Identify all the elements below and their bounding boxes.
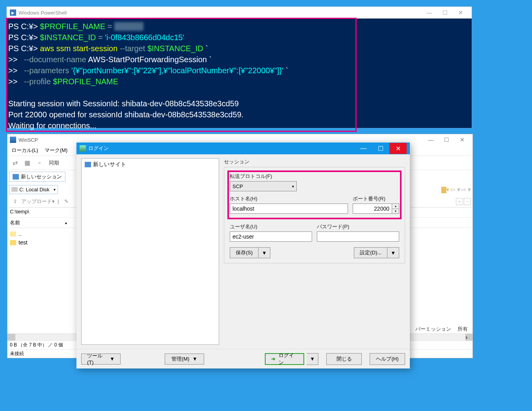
login-dropdown[interactable]: ▼	[307, 353, 318, 365]
minimize-button[interactable]: —	[355, 143, 372, 154]
new-site-item[interactable]: 新しいサイト	[83, 160, 217, 169]
powershell-titlebar: ▶ Windows PowerShell — ☐ ✕	[7, 7, 472, 19]
port-input[interactable]: 22000	[353, 204, 392, 214]
down-icon: ▾	[392, 209, 399, 214]
password-input[interactable]	[317, 231, 399, 242]
winscp-title: WinSCP	[19, 137, 423, 143]
forward-icon[interactable]: ⇨ ▾	[461, 186, 471, 193]
maximize-button[interactable]: ☐	[439, 135, 454, 145]
folder-icon	[10, 240, 16, 245]
powershell-title: Windows PowerShell	[19, 10, 421, 16]
toolbar-icon[interactable]: ▫	[33, 157, 45, 168]
password-label: パスワード(P)	[317, 223, 399, 230]
folder-icon	[10, 231, 16, 237]
sync-icon[interactable]: ⇄	[9, 157, 21, 168]
edit-icon[interactable]: ✎	[60, 196, 72, 207]
menu-mark[interactable]: マーク(M)	[41, 146, 71, 155]
advanced-button[interactable]: 設定(D)...	[354, 247, 387, 258]
close-button[interactable]: 閉じる	[326, 353, 362, 365]
login-footer: ツール(T) ▼ 管理(M) ▼ ➜ ログイン ▼ 閉じる ヘルプ(H)	[76, 349, 410, 368]
col-name[interactable]: 名前	[10, 219, 65, 226]
minus-icon[interactable]: −	[464, 198, 471, 205]
login-icon: ➜	[271, 356, 277, 362]
upload-icon[interactable]: ⇪	[9, 196, 21, 207]
disk-icon	[11, 187, 18, 192]
powershell-window: ▶ Windows PowerShell — ☐ ✕ PS C:¥> $PROF…	[6, 6, 472, 128]
help-button[interactable]: ヘルプ(H)	[370, 353, 405, 365]
host-input[interactable]: localhost	[230, 204, 348, 214]
plus-icon[interactable]: +	[456, 198, 463, 205]
winscp-icon	[10, 137, 16, 143]
chevron-down-icon: ▾	[292, 184, 294, 189]
close-button[interactable]: ✕	[454, 135, 470, 145]
back-icon[interactable]: ⇦ ▾	[450, 186, 460, 193]
session-pane: セッション 転送プロトコル(F) SCP ▾ ホスト名(H) localhost	[224, 158, 405, 345]
protocol-select[interactable]: SCP ▾	[230, 181, 297, 191]
manage-button[interactable]: 管理(M) ▼	[165, 354, 204, 365]
protocol-label: 転送プロトコル(F)	[230, 173, 399, 180]
right-columns: パーミッション 所有	[415, 326, 468, 333]
highlight-box: 転送プロトコル(F) SCP ▾ ホスト名(H) localhost ポート番号…	[228, 171, 401, 218]
drive-select[interactable]: C: Local Disk ▾	[9, 185, 58, 194]
login-dialog: ログイン — ☐ ✕ 新しいサイト セッション 転送プロトコル(F) SCP ▾	[76, 143, 410, 368]
host-label: ホスト名(H)	[230, 195, 348, 202]
sync-button[interactable]: 同期	[46, 157, 62, 168]
winscp-icon	[80, 145, 86, 152]
tools-button[interactable]: ツール(T) ▼	[81, 354, 121, 365]
site-tree[interactable]: 新しいサイト	[81, 158, 219, 345]
user-label: ユーザ名(U)	[230, 223, 312, 230]
advanced-dropdown[interactable]: ▼	[387, 247, 399, 258]
monitor-icon	[13, 174, 19, 180]
minimize-button[interactable]: —	[423, 135, 439, 145]
monitor-icon	[85, 162, 91, 167]
powershell-icon: ▶	[10, 9, 16, 16]
nav-arrows: ▇▾ ⇦ ▾ ⇨ ▾	[441, 186, 471, 193]
minimize-button[interactable]: —	[421, 7, 437, 18]
powershell-body[interactable]: PS C:¥> $PROFILE_NAME = ' ' PS C:¥> $INS…	[7, 19, 472, 128]
login-titlebar: ログイン — ☐ ✕	[76, 143, 410, 154]
login-title: ログイン	[88, 145, 355, 152]
save-button[interactable]: 保存(S)	[230, 247, 259, 258]
new-session-button[interactable]: 新しいセッション	[9, 172, 65, 182]
close-button[interactable]: ✕	[389, 143, 407, 154]
up-icon: ▴	[392, 204, 399, 209]
group-label: セッション	[224, 158, 405, 165]
port-label: ポート番号(R)	[353, 195, 399, 202]
maximize-button[interactable]: ☐	[372, 143, 389, 154]
toolbar-icon[interactable]: ▦	[21, 157, 33, 168]
port-spinner[interactable]: ▴▾	[392, 204, 399, 214]
maximize-button[interactable]: ☐	[437, 7, 453, 18]
login-button[interactable]: ➜ ログイン	[265, 353, 304, 365]
save-dropdown[interactable]: ▼	[259, 247, 270, 258]
folder-icon[interactable]: ▇▾	[441, 186, 449, 193]
menu-local[interactable]: ローカル(L)	[8, 146, 41, 155]
close-button[interactable]: ✕	[453, 7, 469, 18]
username-input[interactable]: ec2-user	[230, 231, 312, 242]
